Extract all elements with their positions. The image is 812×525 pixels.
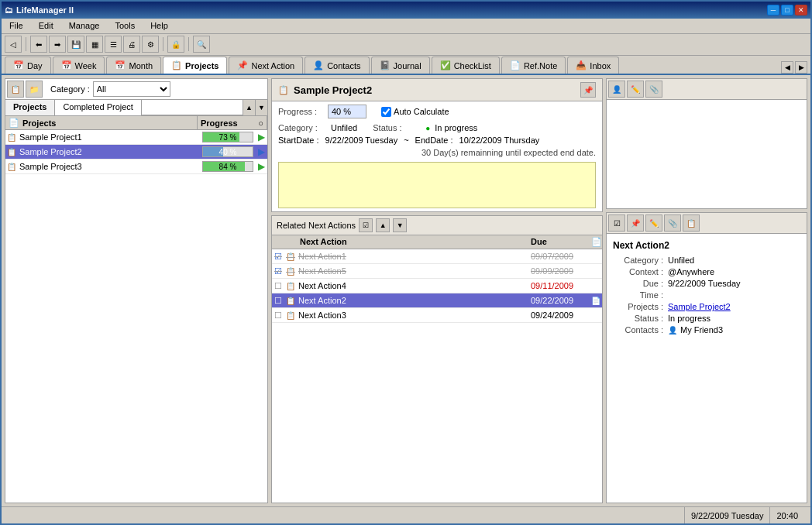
close-button[interactable]: ✕ — [795, 5, 807, 15]
tab-week[interactable]: 📅 Week — [53, 57, 105, 74]
toolbar-btn-1[interactable]: ◁ — [5, 36, 22, 53]
rt-attach-button[interactable]: 📎 — [645, 81, 662, 98]
na-checkbox-2[interactable]: ☑ — [272, 265, 284, 277]
menu-tools[interactable]: Tools — [110, 19, 139, 32]
toolbar: ◁ ⬅ ➡ 💾 ▦ ☰ 🖨 ⚙ 🔒 🔍 — [2, 34, 810, 56]
project-row[interactable]: 📋 Sample Project3 84 % ▶ — [5, 160, 267, 174]
menu-file[interactable]: File — [5, 19, 28, 32]
left-tab-completed[interactable]: Completed Project — [55, 100, 142, 115]
tab-prev-button[interactable]: ◀ — [781, 61, 793, 74]
na-icon-1: 📋 — [284, 252, 297, 261]
project-notes[interactable] — [278, 162, 596, 208]
rb-copy-button[interactable]: 📋 — [683, 214, 700, 232]
progress-text-3: 84 % — [203, 162, 253, 173]
day-icon: 📅 — [13, 60, 24, 70]
left-tab-projects[interactable]: Projects — [5, 100, 55, 115]
left-tab-up-button[interactable]: ▲ — [243, 100, 255, 115]
na-row[interactable]: ☐ 📋 Next Action2 09/22/2009 📄 — [272, 293, 602, 308]
na-detail-due-row: Due : 9/22/2009 Tuesday — [613, 279, 800, 288]
project-detail-panel: 📋 Sample Project2 📌 Progress : Auto — [271, 78, 603, 212]
project-row[interactable]: 📋 Sample Project2 40 % ▶ — [5, 145, 267, 160]
project-name-2: Sample Project2 — [18, 145, 201, 159]
na-checkbox-5[interactable]: ☐ — [272, 309, 284, 321]
project-row[interactable]: 📋 Sample Project1 73 % ▶ — [5, 130, 267, 145]
auto-calc-label[interactable]: Auto Calculate — [381, 107, 449, 117]
project-name-1: Sample Project1 — [18, 130, 201, 144]
toolbar-btn-print[interactable]: 🖨 — [123, 36, 140, 53]
na-checkbox-1[interactable]: ☑ — [272, 250, 284, 262]
toolbar-btn-tool[interactable]: ⚙ — [142, 36, 159, 53]
progress-label: Progress : — [278, 107, 325, 116]
na-row[interactable]: ☐ 📋 Next Action4 09/11/2009 — [272, 279, 602, 293]
menu-edit[interactable]: Edit — [34, 19, 58, 32]
tab-inbox[interactable]: 📥 Inbox — [567, 57, 619, 74]
na-detail-title: Next Action2 — [613, 240, 800, 251]
new-project-button[interactable]: 📋 — [7, 81, 24, 98]
rt-person-button[interactable]: 👤 — [608, 81, 625, 98]
tab-checklist-label: CheckList — [454, 61, 491, 70]
maximize-button[interactable]: □ — [781, 5, 793, 15]
rt-edit-button[interactable]: ✏️ — [627, 81, 644, 98]
toolbar-btn-back[interactable]: ⬅ — [30, 36, 47, 53]
progress-spacer — [376, 107, 378, 116]
folder-button[interactable]: 📁 — [26, 81, 43, 98]
na-row[interactable]: ☐ 📋 Next Action3 09/24/2009 — [272, 308, 602, 323]
contact-icon: 👤 — [668, 326, 677, 335]
tab-refnote[interactable]: 📄 Ref.Note — [501, 57, 566, 74]
toolbar-btn-forward[interactable]: ➡ — [49, 36, 66, 53]
na-icon-5: 📋 — [284, 311, 297, 320]
menu-help[interactable]: Help — [146, 19, 173, 32]
left-toolbar: 📋 📁 Category : All Unfiled Work Personal — [5, 79, 267, 100]
tab-next-action[interactable]: 📌 Next Action — [229, 57, 303, 74]
toolbar-sep-3 — [188, 37, 189, 51]
na-detail-status-row: Status : In progress — [613, 314, 800, 323]
circle-icon-1: ▶ — [258, 132, 265, 142]
tab-journal[interactable]: 📓 Journal — [371, 57, 430, 74]
auto-calc-checkbox[interactable] — [381, 107, 391, 117]
progress-bar-3: 84 % — [202, 161, 253, 172]
contacts-area: 👤 My Friend3 — [668, 325, 800, 335]
progress-circle-3: ▶ — [255, 160, 267, 173]
category-select[interactable]: All Unfiled Work Personal — [93, 81, 170, 97]
na-name-5: Next Action3 — [297, 310, 528, 321]
right-top-content — [607, 100, 807, 208]
tab-checklist[interactable]: ✅ CheckList — [432, 57, 500, 74]
left-tab-down-button[interactable]: ▼ — [255, 100, 267, 115]
tab-contacts[interactable]: 👤 Contacts — [304, 57, 369, 74]
na-row[interactable]: ☑ 📋 Next Action5 09/09/2009 — [272, 264, 602, 279]
toolbar-btn-lock[interactable]: 🔒 — [167, 36, 184, 53]
tab-next-button[interactable]: ▶ — [795, 61, 807, 74]
project-icon-1: 📋 — [5, 133, 18, 142]
tab-projects[interactable]: 📋 Projects — [163, 57, 227, 74]
right-top-toolbar: 👤 ✏️ 📎 — [607, 79, 807, 100]
tab-month[interactable]: 📅 Month — [106, 57, 161, 74]
toolbar-btn-list[interactable]: ☰ — [105, 36, 122, 53]
toolbar-sep-2 — [163, 37, 163, 51]
na-down-btn[interactable]: ▼ — [393, 218, 407, 232]
month-icon: 📅 — [115, 60, 126, 70]
toolbar-btn-grid[interactable]: ▦ — [86, 36, 103, 53]
na-category-value: Unfiled — [668, 256, 800, 265]
progress-input[interactable] — [328, 105, 366, 118]
na-row[interactable]: ☑ 📋 Next Action1 09/07/2009 — [272, 249, 602, 264]
toolbar-btn-save[interactable]: 💾 — [67, 36, 84, 53]
na-check-btn[interactable]: ☑ — [359, 218, 373, 232]
tab-day[interactable]: 📅 Day — [5, 57, 51, 74]
menu-manage[interactable]: Manage — [64, 19, 105, 32]
toolbar-btn-search[interactable]: 🔍 — [193, 36, 210, 53]
status-detail-row: Status : ● In progress — [373, 123, 477, 132]
rb-pin-button[interactable]: 📌 — [627, 214, 644, 232]
rb-check-button[interactable]: ☑ — [608, 214, 625, 232]
na-up-btn[interactable]: ▲ — [376, 218, 390, 232]
na-name-4: Next Action2 — [297, 295, 528, 306]
na-checkbox-4[interactable]: ☐ — [272, 294, 284, 307]
progress-cell-2: 40 % — [201, 145, 255, 159]
minimize-button[interactable]: ─ — [767, 5, 779, 15]
rb-attach-button[interactable]: 📎 — [664, 214, 681, 232]
na-checkbox-3[interactable]: ☐ — [272, 280, 284, 292]
middle-column: 📋 Sample Project2 📌 Progress : Auto — [271, 78, 603, 503]
na-projects-value[interactable]: Sample Project2 — [668, 302, 800, 311]
status-detail-value: In progress — [435, 123, 477, 132]
rb-edit-button[interactable]: ✏️ — [645, 214, 662, 232]
pin-button[interactable]: 📌 — [580, 82, 596, 98]
